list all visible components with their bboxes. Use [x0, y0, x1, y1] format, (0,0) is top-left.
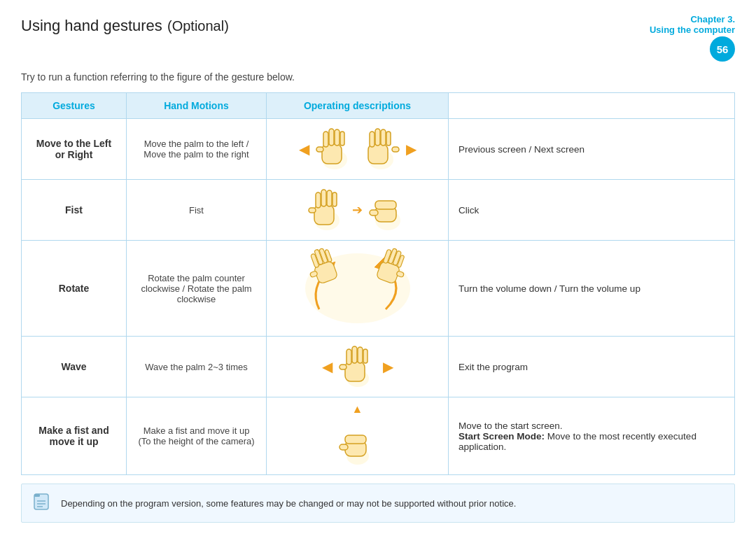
svg-rect-13: [392, 147, 399, 152]
col-hand-motions: Hand Motions: [127, 93, 267, 119]
svg-rect-12: [386, 132, 391, 146]
svg-rect-3: [329, 129, 334, 146]
table-row: Move to the Left or Right Move the palm …: [22, 119, 735, 180]
table-header: Gestures Hand Motions Operating descript…: [22, 93, 735, 119]
gestures-table: Gestures Hand Motions Operating descript…: [21, 92, 735, 475]
hand-open-fist: [306, 185, 348, 234]
arrow-right-icon: ▶: [406, 141, 416, 157]
gesture-desc: Fist: [136, 205, 256, 216]
svg-rect-24: [370, 210, 378, 216]
chapter-badge: Chapter 3. Using the computer 56: [650, 14, 735, 62]
page-header: Using hand gestures (Optional) Chapter 3…: [21, 14, 735, 62]
gesture-name: Move to the Left or Right: [31, 138, 116, 160]
arrow-left-icon: ◀: [299, 141, 309, 157]
col-operating-desc: Operating descriptions: [267, 93, 449, 119]
svg-rect-5: [340, 132, 344, 146]
gesture-name: Wave: [31, 361, 116, 372]
svg-rect-2: [323, 132, 328, 147]
gesture-desc: Make a fist and move it up (To the heigh…: [136, 425, 256, 446]
svg-rect-43: [363, 349, 368, 363]
gesture-desc: Move the palm to the left / Move the pal…: [136, 139, 256, 160]
svg-rect-19: [332, 192, 337, 206]
arrow-to-icon: ➔: [352, 202, 363, 218]
table-row: Make a fist and move it up Make a fist a…: [22, 397, 735, 475]
page-title: Using hand gestures (Optional): [21, 14, 229, 36]
svg-rect-20: [309, 208, 316, 213]
gesture-name: Make a fist and move it up: [31, 425, 116, 447]
gesture-desc: Rotate the palm counter clockwise / Rota…: [136, 273, 256, 304]
hand-motion: ➔: [267, 180, 449, 241]
operating-desc: Previous screen / Next screen: [449, 119, 735, 180]
svg-rect-42: [358, 347, 363, 363]
hand-fist-up: [337, 420, 379, 469]
gesture-name: Fist: [31, 204, 116, 216]
svg-rect-4: [335, 129, 340, 146]
table-row: Fist Fist ➔: [22, 180, 735, 241]
hand-wave: [337, 342, 379, 391]
svg-rect-23: [375, 201, 396, 209]
operating-text-bold: Start Screen Mode: Move to the most rece…: [458, 431, 696, 452]
operating-text-plain: Move to the start screen.: [458, 421, 563, 431]
chapter-label: Chapter 3. Using the computer: [650, 14, 735, 35]
page-number: 56: [710, 36, 735, 62]
hand-motion: [267, 241, 449, 337]
operating-desc: Turn the volume down / Turn the volume u…: [449, 241, 735, 337]
svg-rect-11: [381, 129, 386, 146]
arrow-right-icon: ▶: [383, 358, 393, 375]
note-icon: [33, 491, 52, 515]
hand-fist: [367, 185, 409, 234]
arrow-up-icon: ▲: [352, 403, 363, 416]
hand-motion: ◀ ▶: [267, 337, 449, 397]
subtitle: Try to run a function referring to the f…: [21, 71, 735, 83]
note-row: Depending on the program version, some f…: [21, 484, 735, 523]
rotate-diagram: [295, 246, 421, 330]
svg-rect-41: [352, 346, 357, 363]
svg-rect-10: [375, 129, 380, 146]
operating-desc: Move to the start screen. Start Screen M…: [449, 397, 735, 475]
note-text: Depending on the program version, some f…: [61, 498, 516, 509]
svg-rect-6: [316, 147, 323, 152]
operating-desc: Click: [449, 180, 735, 241]
gesture-name: Rotate: [31, 283, 116, 294]
table-row: Wave Wave the palm 2~3 times ◀: [22, 337, 735, 397]
gesture-desc: Wave the palm 2~3 times: [136, 362, 256, 372]
svg-rect-40: [346, 349, 351, 365]
svg-rect-17: [321, 190, 326, 206]
table-body: Move to the Left or Right Move the palm …: [22, 119, 735, 475]
svg-rect-18: [327, 190, 332, 206]
table-row: Rotate Rotate the palm counter clockwise…: [22, 241, 735, 337]
arrow-left-icon: ◀: [322, 358, 332, 375]
hand-motion: ▲: [267, 397, 449, 475]
svg-rect-48: [340, 444, 348, 450]
hand-motion: ◀: [267, 119, 449, 180]
operating-desc: Exit the program: [449, 337, 735, 397]
svg-rect-50: [34, 494, 40, 497]
svg-rect-44: [340, 365, 346, 369]
col-gestures: Gestures: [22, 93, 127, 119]
svg-rect-16: [316, 192, 321, 208]
svg-rect-47: [345, 435, 366, 444]
hand-open-left: [314, 125, 356, 174]
svg-rect-9: [370, 132, 374, 147]
hand-open-right: [360, 125, 402, 174]
